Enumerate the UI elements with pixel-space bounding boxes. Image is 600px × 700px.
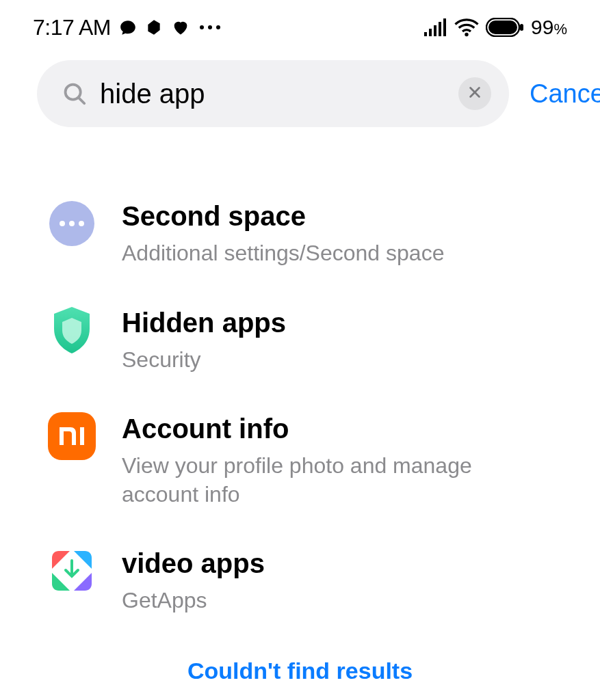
svg-point-1: [208, 25, 212, 29]
result-subtitle: Security: [122, 346, 552, 375]
search-field-container[interactable]: [37, 60, 509, 127]
svg-rect-3: [424, 32, 427, 36]
search-results: Second space Additional settings/Second …: [0, 139, 600, 684]
getapps-icon: [48, 547, 96, 595]
svg-line-13: [79, 98, 84, 103]
result-title: video apps: [122, 547, 552, 580]
shield-icon: [48, 306, 96, 354]
battery-icon: [486, 18, 524, 37]
status-left: 7:17 AM: [33, 15, 222, 40]
result-title: Hidden apps: [122, 306, 552, 339]
battery-percentage: 99%: [531, 16, 567, 39]
hexagon-icon: [145, 18, 163, 36]
heart-icon: [171, 18, 190, 37]
status-right: 99%: [424, 16, 567, 39]
svg-rect-6: [439, 22, 441, 36]
svg-point-0: [200, 25, 204, 29]
search-icon: [62, 81, 88, 107]
svg-rect-10: [488, 21, 517, 34]
more-dots-icon: [198, 24, 222, 31]
status-bar: 7:17 AM 99%: [0, 0, 600, 48]
result-account-info[interactable]: Account info View your profile photo and…: [34, 393, 566, 528]
result-subtitle: GetApps: [122, 587, 552, 615]
search-row: Cancel: [0, 48, 600, 139]
result-title: Account info: [122, 412, 552, 445]
wifi-icon: [454, 18, 479, 37]
cancel-button[interactable]: Cancel: [530, 79, 600, 109]
close-icon: [467, 85, 482, 103]
chat-bubble-icon: [119, 18, 137, 36]
result-video-apps[interactable]: video apps GetApps: [34, 528, 566, 634]
result-subtitle: Additional settings/Second space: [122, 239, 552, 268]
svg-point-2: [216, 25, 220, 29]
mi-logo-icon: [48, 412, 96, 460]
svg-rect-11: [520, 24, 523, 31]
signal-icon: [424, 18, 447, 36]
svg-rect-5: [434, 25, 436, 36]
result-title: Second space: [122, 200, 552, 232]
search-input[interactable]: [100, 79, 446, 109]
second-space-icon: [48, 200, 96, 247]
result-hidden-apps[interactable]: Hidden apps Security: [34, 287, 566, 394]
svg-point-8: [465, 33, 468, 36]
result-second-space[interactable]: Second space Additional settings/Second …: [34, 180, 566, 287]
no-results-link[interactable]: Couldn't find results: [34, 658, 566, 684]
svg-rect-4: [429, 29, 432, 36]
status-time: 7:17 AM: [33, 15, 111, 40]
result-subtitle: View your profile photo and manage accou…: [122, 452, 552, 509]
clear-search-button[interactable]: [458, 77, 491, 110]
svg-rect-7: [443, 18, 446, 36]
